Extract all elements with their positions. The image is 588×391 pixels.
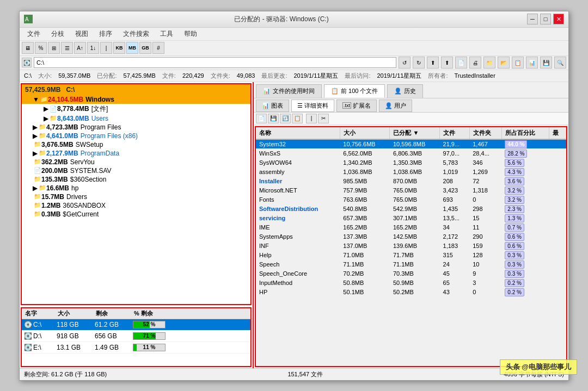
info-folders-value: 49,083 bbox=[237, 72, 255, 79]
maximize-button[interactable]: □ bbox=[540, 14, 551, 24]
cell-last bbox=[549, 176, 566, 185]
tree-item-sysav[interactable]: 📄 200.0MB SYSTEM.SAV bbox=[22, 166, 250, 175]
tree-item-swsetup[interactable]: 📁 3,676.5MB SWSetup bbox=[22, 140, 250, 149]
nav-fwd[interactable]: ↻ bbox=[413, 57, 425, 69]
rt-btn-5[interactable]: | bbox=[306, 114, 317, 123]
table-row[interactable]: SysWOW64 1,340.2MB 1,350.3MB 5,783 346 5… bbox=[256, 158, 566, 167]
col-header-name[interactable]: 名称 bbox=[256, 127, 340, 139]
toolbar-btn-gb[interactable]: GB bbox=[139, 42, 151, 54]
tree-item-hp[interactable]: ▶ 📁 16.6MB hp bbox=[22, 184, 250, 193]
tree-item-progdata[interactable]: ▶ 📁 2,127.9MB ProgramData bbox=[22, 149, 250, 158]
nav-r2[interactable]: 📄 bbox=[455, 57, 467, 69]
menu-branch[interactable]: 分枝 bbox=[46, 28, 70, 40]
drive-d[interactable]: 💽 D:\ 918 GB 656 GB 71 % bbox=[22, 331, 250, 342]
tree-item-users[interactable]: ▶ 📁 8,643.0MB Users bbox=[22, 114, 250, 123]
table-row[interactable]: Installer 985.5MB 870.0MB 208 72 3.6 % bbox=[256, 176, 566, 185]
nav-up[interactable]: ⬆ bbox=[427, 57, 439, 69]
cell-pct: 0.3 % bbox=[501, 259, 549, 269]
toolbar-btn-5[interactable]: A↑ bbox=[74, 42, 86, 54]
col-header-pct[interactable]: 所占百分比 bbox=[501, 127, 549, 139]
minimize-button[interactable]: ─ bbox=[527, 14, 538, 24]
toolbar-btn-3[interactable]: ⊞ bbox=[48, 42, 60, 54]
nav-r3[interactable]: 🖨 bbox=[469, 57, 481, 69]
rt-btn-2[interactable]: 💾 bbox=[268, 114, 279, 123]
nav-r4[interactable]: 📁 bbox=[483, 57, 495, 69]
rt-btn-3[interactable]: 🔃 bbox=[280, 114, 291, 123]
tree-root[interactable]: 57,425.9MB C:\ bbox=[22, 84, 250, 95]
tab-usage-time[interactable]: 📊 文件的使用时间 bbox=[256, 84, 322, 98]
tab-ext[interactable]: .txt 扩展名 bbox=[336, 100, 377, 112]
drive-c[interactable]: 💽 C:\ 118 GB 61.2 GB 52 % bbox=[22, 319, 250, 331]
nav-r1[interactable]: ⬆ bbox=[441, 57, 453, 69]
info-size-label: 大小: bbox=[38, 72, 52, 80]
table-row[interactable]: INF 137.0MB 139.6MB 1,183 159 0.6 % bbox=[256, 241, 566, 250]
table-row[interactable]: Speech_OneCore 70.2MB 70.3MB 45 9 0.3 % bbox=[256, 269, 566, 278]
toolbar-btn-kb[interactable]: KB bbox=[113, 42, 125, 54]
tree-item-drivers[interactable]: 📁 15.7MB Drivers bbox=[22, 193, 250, 201]
item-size: 200.0MB bbox=[41, 167, 68, 175]
table-row[interactable]: Speech 71.1MB 71.1MB 24 10 0.3 % bbox=[256, 259, 566, 269]
table-row[interactable]: servicing 657.3MB 307.1MB 13,5... 15 1.3… bbox=[256, 213, 566, 222]
nav-r8[interactable]: 💾 bbox=[540, 57, 552, 69]
cell-files: 65 bbox=[440, 278, 470, 287]
nav-r7[interactable]: 📊 bbox=[526, 57, 538, 69]
table-row[interactable]: WinSxS 6,562.0MB 6,806.3MB 97,0... 28,4.… bbox=[256, 148, 566, 158]
close-button[interactable]: ✕ bbox=[553, 14, 564, 24]
tab-history[interactable]: 👤 历史 bbox=[387, 84, 423, 98]
drive-e[interactable]: 💽 E:\ 13.1 GB 1.49 GB 11 % bbox=[22, 342, 250, 353]
toolbar-btn-mb[interactable]: MB bbox=[126, 42, 138, 54]
menu-sort[interactable]: 排序 bbox=[94, 28, 118, 40]
cell-files: 21,9... bbox=[440, 139, 470, 149]
table-row[interactable]: Microsoft.NET 757.9MB 765.0MB 3,423 1,31… bbox=[256, 185, 566, 195]
nav-r5[interactable]: 📂 bbox=[498, 57, 510, 69]
col-header-last[interactable]: 最 bbox=[549, 127, 566, 139]
toolbar-btn-hash[interactable]: # bbox=[152, 42, 164, 54]
nav-back[interactable]: ↺ bbox=[399, 57, 411, 69]
address-input[interactable] bbox=[34, 57, 396, 68]
status-right: 151,547 文件 bbox=[287, 370, 323, 378]
table-row[interactable]: Help 71.0MB 71.7MB 315 128 0.3 % bbox=[256, 250, 566, 259]
nav-r6[interactable]: 📋 bbox=[512, 57, 524, 69]
rt-btn-4[interactable]: 📋 bbox=[292, 114, 303, 123]
table-row[interactable]: IME 165.2MB 165.2MB 34 11 0.7 % bbox=[256, 222, 566, 232]
tab-detail[interactable]: ☰ 详细资料 bbox=[291, 100, 334, 112]
cell-size: 71.0MB bbox=[340, 250, 390, 259]
col-header-folders[interactable]: 文件夹 bbox=[469, 127, 501, 139]
tree-item-360box[interactable]: 📁 1.2MB 360SANDBOX bbox=[22, 201, 250, 210]
table-row[interactable]: SystemApps 137.3MB 142.5MB 2,172 290 0.6… bbox=[256, 232, 566, 241]
toolbar-btn-2[interactable]: % bbox=[35, 42, 47, 54]
table-row[interactable]: SoftwareDistribution 540.8MB 542.9MB 1,4… bbox=[256, 204, 566, 213]
tree-item-360sec[interactable]: 📁 135.3MB $360Section bbox=[22, 175, 250, 184]
toolbar-btn-4[interactable]: ☰ bbox=[61, 42, 73, 54]
tree-item-files[interactable]: ▶ 📄 8,778.4MB [文件] bbox=[22, 104, 250, 114]
tab-user[interactable]: 👤 用户 bbox=[379, 100, 412, 112]
table-row[interactable]: HP 50.1MB 50.2MB 43 0 0.2 % bbox=[256, 287, 566, 296]
tree-item-windows[interactable]: ▼ 📁 24,104.5MB Windows bbox=[22, 95, 250, 104]
toolbar-btn-1[interactable]: 🖥 bbox=[22, 42, 34, 54]
col-header-files[interactable]: 文件 bbox=[440, 127, 470, 139]
menu-search[interactable]: 文件搜索 bbox=[118, 28, 155, 40]
table-row[interactable]: InputMethod 50.8MB 50.9MB 65 3 0.2 % bbox=[256, 278, 566, 287]
menu-file[interactable]: 文件 bbox=[22, 28, 46, 40]
col-header-size[interactable]: 大小 bbox=[340, 127, 390, 139]
table-row[interactable]: Fonts 763.6MB 765.0MB 693 0 3.2 % bbox=[256, 195, 566, 204]
menu-view[interactable]: 视图 bbox=[70, 28, 94, 40]
toolbar-btn-6[interactable]: 1↓ bbox=[87, 42, 99, 54]
table-row[interactable]: System32 10,756.6MB 10,596.8MB 21,9... 1… bbox=[256, 139, 566, 149]
tree-item-getcurrent[interactable]: 📁 0.3MB $GetCurrent bbox=[22, 210, 250, 219]
drive-size-d: 918 GB bbox=[57, 332, 95, 340]
nav-r9[interactable]: 🔍 bbox=[554, 57, 566, 69]
tab-chart[interactable]: 📊 图表 bbox=[256, 100, 289, 112]
col-header-alloc[interactable]: 已分配 ▼ bbox=[390, 127, 440, 139]
tab-top100[interactable]: 📋 前 100 个文件 bbox=[324, 84, 385, 98]
table-row[interactable]: assembly 1,036.8MB 1,038.6MB 1,019 1,269… bbox=[256, 167, 566, 176]
menu-help[interactable]: 帮助 bbox=[179, 28, 203, 40]
tree-item-servyou[interactable]: 📁 362.2MB ServYou bbox=[22, 158, 250, 166]
menu-tools[interactable]: 工具 bbox=[155, 28, 179, 40]
rt-btn-6[interactable]: ✂ bbox=[318, 114, 329, 123]
toolbar-btn-7[interactable]: | bbox=[100, 42, 112, 54]
tree-item-pfx86[interactable]: ▶ 📁 4,641.0MB Program Files (x86) bbox=[22, 132, 250, 140]
rt-btn-1[interactable]: 📄 bbox=[256, 114, 267, 123]
drive-free-e: 1.49 GB bbox=[95, 344, 133, 351]
tree-item-pf[interactable]: ▶ 📁 4,723.3MB Program Files bbox=[22, 123, 250, 132]
